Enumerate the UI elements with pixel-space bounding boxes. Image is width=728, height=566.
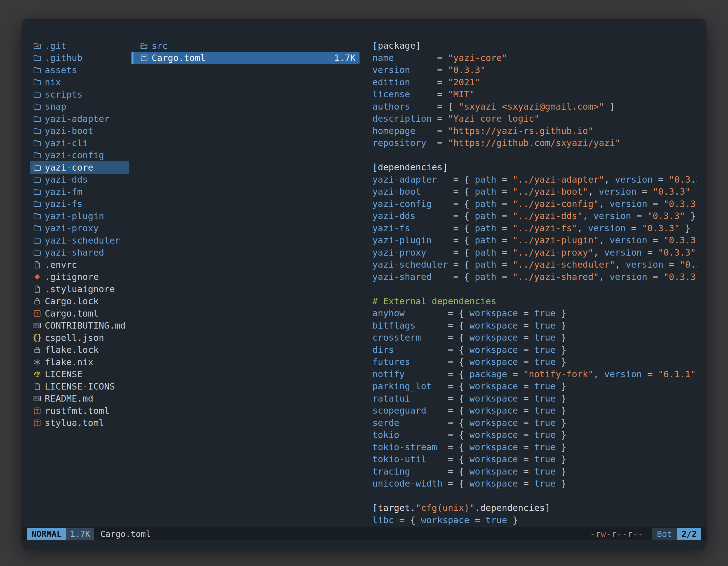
entry-name: LICENSE-ICONS [45,381,115,392]
dir-row[interactable]: yazi-scheduler [30,234,129,247]
folder-icon [32,78,43,86]
file-row[interactable]: LICENSE [30,368,129,380]
dir-row[interactable]: .github [30,52,129,64]
entry-name: yazi-shared [45,247,104,258]
preview-line: yazi-boot = { path = "../yazi-boot", ver… [372,186,697,198]
file-row[interactable]: {}cspell.json [30,332,129,344]
preview-line: scopeguard = { workspace = true } [372,405,697,417]
file-row[interactable]: .envrc [30,259,129,271]
dir-row[interactable]: src [131,40,360,52]
folder-icon [32,163,43,172]
preview-line: tokio-util = { workspace = true } [372,453,697,466]
dir-row[interactable]: snap [30,101,129,113]
preview-line: ratatui = { workspace = true } [372,393,697,405]
dir-row[interactable]: nix [30,76,129,89]
file-manager-panes: .git.githubassetsnixscriptssnapyazi-adap… [22,20,706,527]
preview-line: yazi-plugin = { path = "../yazi-plugin",… [372,234,697,247]
preview-line: anyhow = { workspace = true } [372,307,697,319]
entry-name: yazi-boot [45,126,93,136]
file-row[interactable]: rustfmt.toml [30,405,129,417]
entry-name: src [152,41,168,51]
file-row[interactable]: stylua.toml [30,417,129,429]
preview-line: futures = { workspace = true } [372,356,697,368]
entry-name: stylua.toml [45,417,104,428]
preview-line [372,283,697,295]
dir-row[interactable]: yazi-fm [30,186,129,198]
file-row[interactable]: Cargo.toml1.7K [131,52,360,64]
toml-icon [32,309,43,318]
entry-size: 1.7K [334,53,357,63]
folder-icon [32,151,43,159]
license-icon [32,370,43,378]
entry-name: scripts [45,89,83,100]
folder-icon [32,188,43,196]
dir-row[interactable]: yazi-dds [30,174,129,186]
file-row[interactable]: LICENSE-ICONS [30,380,129,393]
lock-icon [32,297,43,305]
file-row[interactable]: .styluaignore [30,283,129,295]
preview-line: tokio-stream = { workspace = true } [372,441,697,454]
toml-icon [139,54,149,62]
file-icon [32,382,43,391]
entry-name: cspell.json [45,332,104,343]
preview-line: notify = { package = "notify-fork", vers… [372,368,697,380]
dir-row[interactable]: yazi-core [30,161,129,174]
status-bar: NORMAL 1.7K Cargo.toml -rw-r--r-- Bot 2/… [22,527,706,540]
entry-name: yazi-config [45,150,104,161]
preview-line: yazi-config = { path = "../yazi-config",… [372,198,697,210]
file-row[interactable]: Cargo.lock [30,295,129,307]
dir-row[interactable]: assets [30,64,129,76]
desktop: { "colors": { "page_bg": "#3a3a3c", "win… [0,0,728,566]
dir-row[interactable]: yazi-config [30,149,129,162]
file-icon [32,261,43,269]
status-filename: Cargo.toml [100,529,151,539]
preview-line: homepage = "https://yazi-rs.github.io" [372,125,697,137]
entry-name: LICENSE [45,369,83,379]
preview-line: # External dependencies [372,295,697,307]
dir-row[interactable]: .git [30,40,129,52]
dir-row[interactable]: scripts [30,88,129,101]
preview-line: crossterm = { workspace = true } [372,332,697,344]
file-row[interactable]: CONTRIBUTING.md [30,319,129,332]
entry-name: flake.nix [45,357,93,367]
dir-row[interactable]: yazi-plugin [30,210,129,222]
dir-row[interactable]: yazi-adapter [30,113,129,125]
dir-row[interactable]: yazi-proxy [30,222,129,235]
entry-name: .gitignore [45,272,99,282]
entry-name: CONTRIBUTING.md [45,320,126,331]
file-row[interactable]: Cargo.toml [30,307,129,319]
file-size-chip: 1.7K [66,528,94,540]
entry-name: yazi-plugin [45,211,104,222]
status-right: -rw-r--r-- Bot 2/2 [590,528,701,540]
entry-name: Cargo.toml [152,53,206,63]
file-preview-pane[interactable]: [package]name = "yazi-core"version = "0.… [362,40,697,527]
folder-icon [32,200,43,208]
dir-row[interactable]: yazi-fs [30,198,129,210]
dir-row[interactable]: yazi-boot [30,125,129,137]
preview-line: yazi-adapter = { path = "../yazi-adapter… [372,174,697,186]
file-row[interactable]: README.md [30,393,129,405]
toml-icon [32,419,43,427]
preview-line: yazi-proxy = { path = "../yazi-proxy", v… [372,247,697,259]
folder-icon [32,248,43,257]
folder-icon [32,115,43,123]
folder-icon [32,212,43,220]
file-row[interactable]: flake.nix [30,356,129,368]
dir-row[interactable]: yazi-shared [30,247,129,259]
entry-name: yazi-fm [45,187,83,197]
entry-name: yazi-proxy [45,223,99,234]
permissions-text: -rw-r--r-- [590,529,644,539]
nix-icon [32,358,43,366]
md-icon [32,321,43,330]
dir-row[interactable]: yazi-cli [30,137,129,149]
folder-open-icon [139,42,149,50]
file-row[interactable]: .gitignore [30,271,129,283]
entry-name: yazi-fs [45,199,83,209]
entry-name: yazi-adapter [45,114,109,124]
entry-name: snap [45,101,66,112]
file-row[interactable]: flake.lock [30,344,129,356]
preview-line: [target."cfg(unix)".dependencies] [372,502,697,514]
file-icon [32,285,43,293]
entry-name: Cargo.toml [45,308,99,319]
cursor-marker [131,52,133,64]
